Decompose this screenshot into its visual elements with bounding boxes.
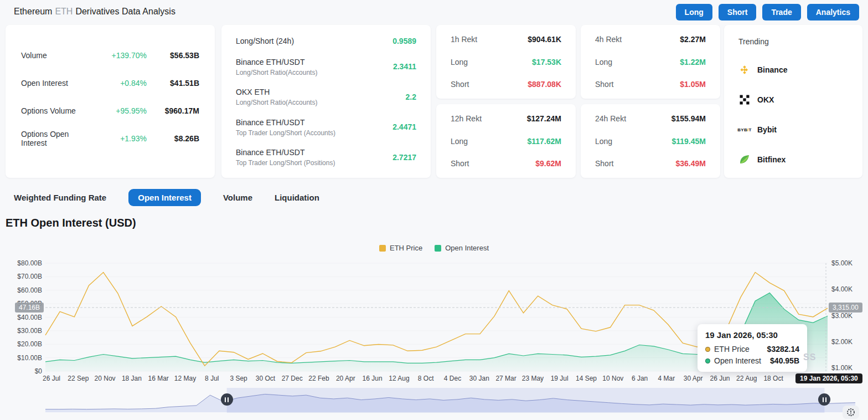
tab-volume[interactable]: Volume (223, 189, 252, 206)
right-axis-tick: $1.00K (831, 364, 852, 372)
legend-open-interest[interactable]: Open Interest (435, 244, 489, 252)
eth-price-swatch (379, 245, 386, 252)
right-axis-tick: $2.00K (831, 338, 852, 346)
binance-logo-icon (738, 64, 751, 76)
rekt-card-12h: 12h Rekt$127.24M Long$117.62M Short$9.62… (436, 104, 576, 178)
okx-logo-icon (738, 94, 751, 106)
tab-weighted-funding-rate[interactable]: Weighted Funding Rate (14, 189, 106, 206)
x-axis-tick: 4 Dec (444, 375, 461, 382)
legend-label: Open Interest (445, 244, 489, 252)
trending-item-bybit[interactable]: BYBIT Bybit (738, 124, 848, 136)
bybit-logo-icon: BYBIT (738, 124, 751, 136)
rekt-long-value: $119.45M (672, 137, 706, 146)
rekt-total-row: 12h Rekt$127.24M (451, 114, 561, 123)
chart-tooltip: 19 Jan 2026, 05:30 ETH Price$3282.14 Ope… (698, 324, 807, 372)
ratio-label: OKX ETH (236, 88, 270, 96)
long-button[interactable]: Long (676, 4, 712, 21)
rekt-total: $127.24M (527, 114, 561, 123)
page-header: EthereumETHDerivatives Data Analysis Lon… (0, 0, 868, 25)
x-axis-tick: 12 May (174, 375, 196, 382)
x-axis-tick: 16 Jun (363, 375, 383, 382)
ratio-label: Long/Short (24h) (236, 37, 294, 45)
x-axis-tick: 4 Mar (658, 375, 675, 382)
rekt-short-label: Short (451, 80, 469, 89)
tooltip-date: 19 Jan 2026, 05:30 (705, 330, 799, 340)
x-axis-tick: 16 Mar (148, 375, 169, 382)
ratio-value: 2.4471 (392, 122, 416, 131)
trade-button[interactable]: Trade (762, 4, 800, 21)
trending-item-bitfinex[interactable]: Bitfinex (738, 153, 848, 166)
rekt-long-label: Long (451, 58, 468, 66)
legend-eth-price[interactable]: ETH Price (379, 244, 422, 252)
header-buttons: Long Short Trade Analytics (676, 4, 859, 21)
ratio-sublabel: Top Trader Long/Short (Accounts) (236, 129, 392, 137)
navigator-handle-left[interactable] (221, 393, 233, 406)
trending-card: Trending Binance OKX BYBIT Bybit Bitfine… (724, 25, 862, 178)
chart-settings-button[interactable] (843, 406, 859, 419)
rekt-short-value: $36.49M (676, 159, 706, 168)
stat-row-volume: Volume+139.70%$56.53B (21, 42, 199, 69)
x-axis-tick: 23 May (522, 375, 544, 382)
title-rest: Derivatives Data Analysis (75, 7, 175, 16)
navigator-minimap[interactable] (45, 388, 855, 413)
x-axis-tick: 6 Jan (632, 375, 648, 382)
stat-label: Open Interest (21, 79, 89, 88)
ratio-row: Binance ETH/USDTTop Trader Long/Short (P… (236, 147, 416, 167)
exchange-name: OKX (757, 95, 774, 104)
right-axis-tick: $3.00K (831, 312, 852, 320)
ratio-sublabel: Top Trader Long/Short (Positions) (236, 159, 392, 167)
stat-value: $56.53B (147, 51, 199, 60)
stat-change: +1.93% (89, 134, 147, 143)
ratio-row: Binance ETH/USDTTop Trader Long/Short (A… (236, 117, 416, 137)
stat-value: $960.17M (147, 106, 199, 115)
x-axis-tick: 8 Jul (205, 375, 219, 382)
rekt-long-value: $117.62M (528, 137, 562, 146)
x-axis-tick: 22 Sep (68, 375, 89, 382)
exchange-name: Bybit (757, 125, 777, 134)
stat-row-options-volume: Options Volume+95.95%$960.17M (21, 97, 199, 125)
left-axis-tick: $70.00B (0, 273, 42, 280)
derivatives-dashboard: EthereumETHDerivatives Data Analysis Lon… (0, 0, 868, 420)
legend-label: ETH Price (390, 244, 422, 252)
coin-name: Ethereum (14, 7, 52, 16)
rekt-short-row: Short$1.05M (595, 80, 706, 89)
analytics-button[interactable]: Analytics (807, 4, 859, 21)
tab-open-interest[interactable]: Open Interest (128, 189, 201, 206)
tooltip-series-name: ETH Price (714, 345, 763, 354)
tooltip-series-value: $3282.14 (767, 345, 799, 354)
x-axis-tick: 18 Oct (763, 375, 783, 382)
rekt-long-row: Long$117.62M (451, 137, 561, 146)
gear-alert-icon (846, 407, 856, 417)
left-axis-tick: $20.00B (0, 340, 42, 348)
long-short-ratio-card: Long/Short (24h)0.9589 Binance ETH/USDTL… (221, 25, 431, 178)
ratio-row: OKX ETHLong/Short Ratio(Accounts)2.2 (236, 87, 416, 106)
short-button[interactable]: Short (719, 4, 757, 21)
rekt-card-1h: 1h Rekt$904.61K Long$17.53K Short$887.08… (436, 25, 576, 99)
current-oi-badge: 47.16B (15, 303, 44, 313)
x-axis-tick: 20 Nov (95, 375, 116, 382)
bybit-logo-text: T (749, 127, 752, 132)
tab-liquidation[interactable]: Liquidation (275, 189, 319, 206)
x-axis-tick: 30 Jan (469, 375, 489, 382)
current-price-badge: 3,315.00 (829, 303, 862, 313)
x-axis-tick: 19 Jul (551, 375, 569, 382)
stat-label: Options Volume (21, 106, 89, 115)
trending-item-okx[interactable]: OKX (738, 94, 848, 106)
rekt-long-row: Long$1.22M (595, 58, 706, 66)
rekt-title: 4h Rekt (595, 35, 622, 44)
tooltip-row-eth-price: ETH Price$3282.14 (705, 345, 799, 354)
right-axis-tick: $5.00K (831, 259, 852, 267)
rekt-short-value: $1.05M (680, 80, 706, 89)
open-interest-dot-icon (705, 358, 710, 363)
trending-item-binance[interactable]: Binance (738, 64, 848, 76)
rekt-total-row: 24h Rekt$155.94M (595, 114, 706, 123)
rekt-total-row: 1h Rekt$904.61K (451, 35, 561, 44)
chart-range-navigator[interactable] (45, 388, 855, 413)
left-axis-tick: $10.00B (0, 354, 42, 362)
stat-label: Options Open Interest (21, 130, 89, 147)
tooltip-row-open-interest: Open Interest$40.95B (705, 356, 799, 365)
left-axis-tick: $0 (0, 367, 42, 375)
coin-symbol: ETH (55, 7, 73, 16)
watermark: SS (803, 352, 816, 362)
x-axis-tick: 22 Feb (308, 375, 329, 382)
